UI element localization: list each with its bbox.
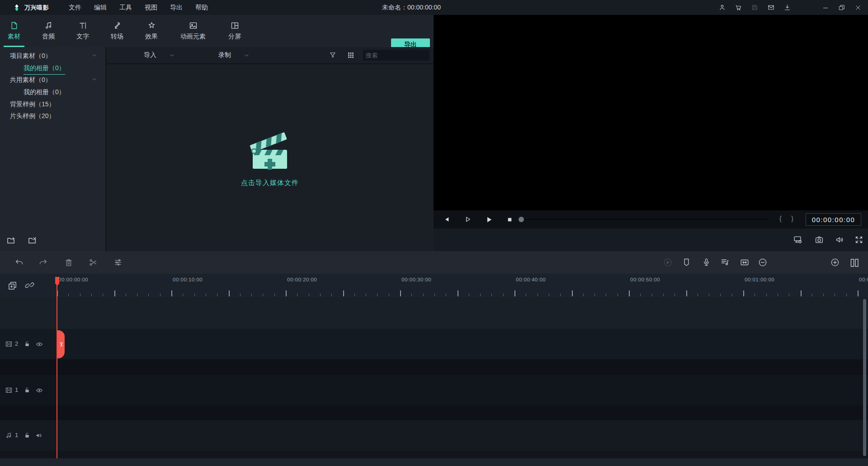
- video-track-1[interactable]: 1: [0, 375, 868, 405]
- playhead-split-handle[interactable]: ✂: [57, 330, 65, 358]
- sidebar-item-my-album-shared[interactable]: 我的相册（0）: [0, 86, 105, 98]
- grid-view-icon[interactable]: [347, 51, 355, 59]
- import-button[interactable]: 导入: [144, 51, 156, 59]
- sidebar-item-shared-media[interactable]: 共用素材（0）: [0, 74, 105, 86]
- tab-effects[interactable]: 效果: [141, 15, 162, 47]
- menu-export[interactable]: 导出: [164, 0, 189, 15]
- scissors-icon[interactable]: [88, 257, 98, 267]
- tab-elements[interactable]: 动画元素: [175, 15, 211, 47]
- delete-folder-icon[interactable]: [28, 235, 38, 246]
- ruler-tick: [560, 294, 561, 296]
- ruler-tick: [309, 294, 309, 296]
- audio-mixer-icon[interactable]: [720, 257, 730, 267]
- video-track-1-header: 1: [0, 375, 47, 405]
- tab-audio[interactable]: 音频: [38, 15, 59, 47]
- tab-splitscreen[interactable]: 分屏: [224, 15, 245, 47]
- seek-handle[interactable]: [519, 217, 524, 222]
- ruler-tick: [766, 294, 767, 296]
- sidebar-item-my-album-project[interactable]: 我的相册（0）: [0, 62, 105, 74]
- eye-icon[interactable]: [35, 340, 43, 348]
- render-preview-icon[interactable]: [663, 257, 673, 267]
- fit-timeline-icon[interactable]: [740, 257, 750, 267]
- ruler-tick: [160, 294, 160, 296]
- lock-icon[interactable]: [24, 386, 31, 394]
- import-media-dropzone[interactable]: 点击导入媒体文件: [106, 63, 434, 251]
- filter-funnel-icon[interactable]: [329, 51, 337, 59]
- playhead-line[interactable]: [57, 277, 57, 458]
- previous-frame-button[interactable]: [441, 216, 453, 223]
- mark-in-button[interactable]: {: [779, 214, 782, 222]
- ruler-tick: [240, 294, 241, 296]
- menu-file[interactable]: 文件: [62, 0, 88, 15]
- ruler-tick: [377, 294, 377, 296]
- snapshot-camera-icon[interactable]: [814, 235, 824, 245]
- chevron-down-icon[interactable]: [91, 52, 97, 58]
- playback-controls: { } 00:00:00:00: [434, 210, 868, 228]
- ruler-tick: [778, 294, 778, 296]
- audio-track-1[interactable]: 1: [0, 420, 868, 451]
- timeline-ruler[interactable]: 00:00:00:0000:00:10:0000:00:20:0000:00:3…: [0, 274, 868, 297]
- ruler-tick: [663, 294, 664, 296]
- ruler-tick: [789, 294, 789, 296]
- ruler-tick: [183, 294, 183, 296]
- ruler-tick: [594, 294, 595, 296]
- volume-icon[interactable]: [835, 235, 845, 245]
- menu-view[interactable]: 视图: [138, 0, 164, 15]
- timeline-vscrollbar[interactable]: [863, 299, 866, 456]
- fullscreen-icon[interactable]: [854, 235, 864, 245]
- sidebar-item-intro-samples[interactable]: 片头样例（20）: [0, 110, 105, 122]
- zoom-out-icon[interactable]: [758, 257, 768, 267]
- adjust-sliders-icon[interactable]: [113, 257, 123, 267]
- timeline-tracks: 2 1 1: [0, 297, 868, 458]
- chevron-down-icon[interactable]: [91, 76, 97, 82]
- sidebar-item-project-media[interactable]: 项目素材（0）: [0, 50, 105, 62]
- import-chevron-icon[interactable]: [169, 52, 175, 58]
- lock-icon[interactable]: [24, 340, 31, 347]
- track-number: 1: [15, 432, 18, 438]
- panel-toggle-icon[interactable]: [849, 257, 860, 268]
- close-icon[interactable]: [854, 4, 862, 11]
- record-button[interactable]: 录制: [218, 51, 231, 59]
- mark-out-button[interactable]: }: [791, 214, 793, 222]
- undo-icon[interactable]: [14, 257, 24, 267]
- trash-icon[interactable]: [64, 257, 74, 267]
- account-icon[interactable]: [718, 4, 726, 11]
- menu-edit[interactable]: 编辑: [88, 0, 113, 15]
- ruler-tick: [606, 294, 606, 296]
- lock-icon[interactable]: [24, 432, 31, 439]
- tab-text[interactable]: 文字: [72, 15, 93, 47]
- tab-media[interactable]: 素材: [4, 15, 24, 47]
- redo-icon[interactable]: [38, 257, 48, 267]
- split-screen-icon: [230, 21, 240, 30]
- next-frame-button[interactable]: [462, 216, 474, 223]
- save-icon[interactable]: [751, 4, 759, 11]
- mic-icon[interactable]: [702, 257, 711, 267]
- record-chevron-icon[interactable]: [244, 52, 250, 58]
- video-track-2[interactable]: 2: [0, 329, 868, 359]
- empty-track-zone[interactable]: [0, 297, 868, 329]
- library-sidebar: 项目素材（0） 我的相册（0） 共用素材（0） 我的相册（0） 背景样例（15）…: [0, 47, 105, 251]
- restore-icon[interactable]: [838, 4, 845, 11]
- zoom-in-icon[interactable]: [830, 257, 840, 267]
- tab-transitions[interactable]: 转场: [107, 15, 127, 47]
- timeline-hscroll-area[interactable]: [0, 458, 868, 466]
- marker-icon[interactable]: [682, 257, 691, 267]
- cart-icon[interactable]: [735, 4, 742, 11]
- stop-button[interactable]: [504, 216, 515, 223]
- play-button[interactable]: [483, 216, 495, 223]
- eye-icon[interactable]: [35, 386, 43, 395]
- ruler-tick: [458, 290, 458, 296]
- ruler-tick: [526, 294, 526, 296]
- display-settings-icon[interactable]: [793, 235, 803, 245]
- seek-bar[interactable]: [521, 219, 769, 220]
- ruler-tick: [732, 294, 732, 296]
- menu-help[interactable]: 帮助: [189, 0, 214, 15]
- sidebar-item-background-samples[interactable]: 背景样例（15）: [0, 98, 105, 110]
- speaker-icon[interactable]: [35, 432, 43, 439]
- minimize-icon[interactable]: [822, 4, 829, 11]
- add-folder-icon[interactable]: [6, 235, 17, 246]
- download-icon[interactable]: [783, 4, 791, 11]
- mail-icon[interactable]: [767, 4, 775, 11]
- menu-tools[interactable]: 工具: [113, 0, 138, 15]
- ruler-tick: [743, 290, 744, 296]
